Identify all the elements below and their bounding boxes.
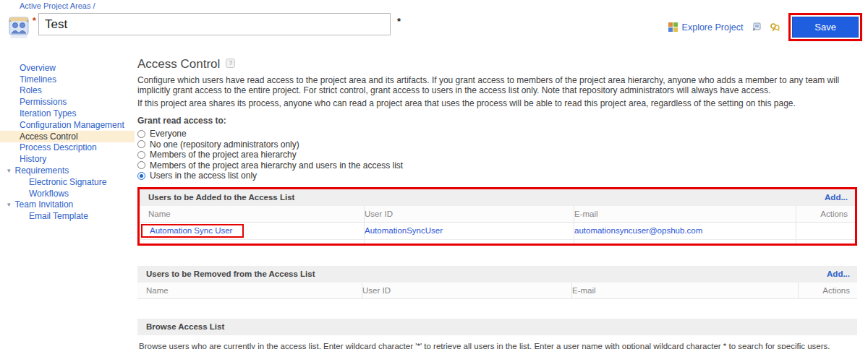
- sidebar-item-team-invitation[interactable]: ▾ Team Invitation: [0, 199, 135, 211]
- help-icon[interactable]: ?: [226, 59, 235, 68]
- explore-project-link[interactable]: Explore Project: [668, 22, 744, 33]
- radio-label: Everyone: [150, 129, 187, 139]
- sidebar-item-access-control[interactable]: Access Control: [0, 131, 135, 142]
- actions-cell: [796, 223, 855, 239]
- removed-table-add-link[interactable]: Add...: [827, 270, 850, 278]
- radio-members-hierarchy-and-users[interactable]: Members of the project area hierarchy an…: [137, 160, 857, 171]
- browse-title: Browse Access List: [146, 322, 224, 331]
- radio-no-one[interactable]: No one (repository administrators only): [137, 139, 857, 150]
- column-header-email: E-mail: [574, 206, 796, 222]
- column-header-user-id: User ID: [362, 283, 571, 298]
- column-header-actions: Actions: [798, 283, 857, 298]
- radio-icon[interactable]: [137, 130, 145, 138]
- annotation-box-added-table: Users to be Added to the Access List Add…: [137, 187, 857, 246]
- sidebar-item-requirements[interactable]: ▾ Requirements: [0, 165, 135, 176]
- sidebar-item-iteration-types[interactable]: Iteration Types: [0, 108, 135, 119]
- browse-access-list-section: Browse Access List Browse users who are …: [137, 319, 857, 349]
- sidebar-item-roles[interactable]: Roles: [0, 85, 135, 97]
- chevron-down-icon: ▾: [7, 201, 11, 208]
- chevron-down-icon: ▾: [7, 167, 11, 174]
- radio-icon[interactable]: [137, 161, 145, 169]
- keys-icon[interactable]: [770, 22, 780, 33]
- project-area-icon: [7, 14, 32, 39]
- column-header-user-id: User ID: [364, 206, 574, 222]
- radio-icon-selected[interactable]: [137, 172, 145, 180]
- sidebar-item-configuration-management[interactable]: Configuration Management: [0, 119, 135, 131]
- page-title: Access Control: [137, 58, 220, 71]
- added-table-title: Users to be Added to the Access List: [148, 193, 294, 202]
- added-table-header-bar: Users to be Added to the Access List Add…: [140, 189, 855, 206]
- annotation-box-user-name: Automation Sync User: [141, 224, 244, 238]
- removed-table: Users to be Removed from the Access List…: [137, 266, 857, 299]
- annotation-box-save: Save: [788, 13, 862, 41]
- page-header: Active Project Areas / * * E: [0, 0, 868, 46]
- sidebar-item-electronic-signature[interactable]: Electronic Signature: [0, 176, 135, 188]
- table-row: Automation Sync User AutomationSyncUser …: [140, 223, 855, 240]
- radio-users-access-list-only[interactable]: Users in the access list only: [137, 171, 857, 181]
- radio-everyone[interactable]: Everyone: [137, 129, 857, 139]
- intro-paragraph-2: If this project area shares its process,…: [137, 98, 857, 108]
- column-header-email: E-mail: [571, 283, 798, 298]
- sidebar-nav: Overview Timelines Roles Permissions Ite…: [0, 46, 135, 349]
- project-name-input[interactable]: [38, 13, 391, 35]
- note-icon[interactable]: [751, 22, 762, 33]
- radio-label: Users in the access list only: [150, 171, 257, 181]
- sidebar-item-label: Requirements: [15, 165, 69, 176]
- added-table-add-link[interactable]: Add...: [825, 193, 848, 202]
- browse-description: Browse users who are currently in the ac…: [139, 342, 857, 349]
- header-actions: Explore Project Save: [668, 13, 862, 41]
- column-header-actions: Actions: [796, 206, 855, 222]
- required-marker: *: [33, 16, 36, 26]
- name-suffix-marker: *: [397, 16, 401, 27]
- removed-table-header-bar: Users to be Removed from the Access List…: [137, 266, 857, 283]
- grant-read-access-label: Grant read access to:: [137, 116, 857, 126]
- intro-paragraph-1: Configure which users have read access t…: [137, 75, 857, 95]
- main-content: Access Control ? Configure which users h…: [135, 46, 868, 349]
- added-table-column-headers: Name User ID E-mail Actions: [140, 206, 855, 223]
- sidebar-item-process-description[interactable]: Process Description: [0, 142, 135, 154]
- sidebar-item-permissions[interactable]: Permissions: [0, 96, 135, 108]
- table-spacer: [140, 240, 855, 244]
- sidebar-item-timelines[interactable]: Timelines: [0, 74, 135, 85]
- user-email-link[interactable]: automationsyncuser@opshub.com: [574, 226, 702, 235]
- radio-label: No one (repository administrators only): [150, 139, 299, 150]
- radio-label: Members of the project area hierarchy: [150, 150, 297, 160]
- sidebar-item-email-template[interactable]: Email Template: [0, 210, 135, 222]
- explore-project-icon: [668, 22, 678, 33]
- sidebar-item-history[interactable]: History: [0, 153, 135, 165]
- breadcrumb[interactable]: Active Project Areas /: [20, 1, 95, 10]
- sidebar-item-label: Team Invitation: [15, 199, 74, 210]
- radio-members-hierarchy[interactable]: Members of the project area hierarchy: [137, 150, 857, 160]
- radio-label: Members of the project area hierarchy an…: [150, 160, 403, 171]
- explore-project-label: Explore Project: [682, 22, 744, 33]
- sidebar-item-workflows[interactable]: Workflows: [0, 188, 135, 199]
- radio-icon[interactable]: [137, 140, 145, 148]
- column-header-name: Name: [137, 283, 362, 298]
- sidebar-item-overview[interactable]: Overview: [0, 62, 135, 74]
- column-header-name: Name: [140, 206, 364, 222]
- user-name-link[interactable]: Automation Sync User: [150, 226, 232, 235]
- save-button[interactable]: Save: [792, 17, 859, 38]
- browse-header-bar: Browse Access List: [137, 319, 857, 335]
- removed-table-column-headers: Name User ID E-mail Actions: [137, 283, 857, 299]
- user-id-link[interactable]: AutomationSyncUser: [365, 226, 443, 235]
- removed-table-title: Users to be Removed from the Access List: [146, 270, 315, 278]
- radio-icon[interactable]: [137, 151, 145, 159]
